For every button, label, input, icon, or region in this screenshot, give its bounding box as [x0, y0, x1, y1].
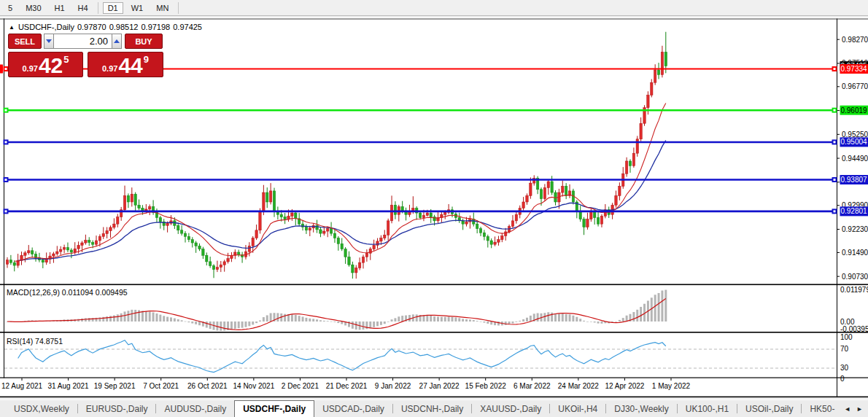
- candle-body: [590, 211, 592, 219]
- sell-price-pips: 42: [39, 54, 63, 77]
- timeframe-button-5[interactable]: 5: [3, 2, 18, 14]
- candle-body: [202, 249, 204, 256]
- candle-body: [619, 186, 621, 195]
- candle-body: [24, 253, 26, 255]
- macd-histogram-bar: [422, 315, 425, 321]
- timeframe-button-mn[interactable]: MN: [151, 2, 174, 14]
- rsi-dateaxis-separator: [0, 378, 868, 378]
- price-macd-separator: [0, 284, 868, 286]
- macd-histogram-bar: [473, 320, 475, 321]
- timeframe-button-h4[interactable]: H4: [73, 2, 93, 14]
- candle-body: [640, 123, 642, 139]
- candle-body: [191, 240, 193, 243]
- toolbar-separator: [98, 2, 98, 14]
- tabs-scroll-left-button[interactable]: ◄: [841, 404, 853, 414]
- plot-left-border: [4, 19, 4, 378]
- window-bottom-border: [0, 397, 868, 398]
- macd-histogram-bar: [576, 317, 578, 321]
- macd-histogram-bar: [191, 321, 193, 324]
- chart-tab-uk100-h1[interactable]: UK100-,H1: [678, 400, 737, 417]
- candle-body: [401, 206, 403, 211]
- buy-price-box[interactable]: 0.97 44 9: [88, 52, 163, 77]
- candle-body: [238, 252, 240, 254]
- timeframe-button-d1[interactable]: D1: [103, 2, 123, 14]
- chart-tab-eurusd-daily[interactable]: EURUSD-,Daily: [78, 400, 156, 417]
- tabs-scroll-arrows: ◄ ►: [838, 400, 866, 417]
- macd-histogram-bar: [149, 311, 151, 321]
- macd-histogram-bar: [316, 319, 318, 321]
- macd-histogram-bar: [312, 319, 314, 321]
- macd-histogram-bar: [341, 321, 343, 324]
- candle-body: [654, 70, 656, 82]
- macd-histogram-bar: [355, 321, 357, 330]
- candle-body: [113, 224, 115, 227]
- volume-input[interactable]: [54, 34, 112, 49]
- hline-handle-center: [834, 210, 836, 212]
- macd-histogram-bar: [223, 321, 225, 331]
- timeframe-button-m30[interactable]: M30: [20, 2, 46, 14]
- candle-body: [376, 241, 379, 246]
- macd-histogram-bar: [248, 321, 250, 326]
- ma-fast-line: [15, 103, 666, 261]
- date-tick: [68, 378, 69, 381]
- chart-tab-ukoil-h4[interactable]: UKOil-,H4: [550, 400, 605, 417]
- chart-tab-xauusd-daily[interactable]: XAUUSD-,Daily: [472, 400, 549, 417]
- sell-button[interactable]: SELL: [8, 34, 42, 49]
- date-tick: [670, 378, 671, 381]
- macd-histogram-bar: [369, 321, 371, 328]
- volume-decrease-button[interactable]: [44, 34, 54, 49]
- candle-body: [28, 251, 30, 253]
- chart-tab-usdchf-daily[interactable]: USDCHF-,Daily: [234, 400, 314, 417]
- macd-histogram-bar: [462, 319, 464, 321]
- macd-histogram-bar: [632, 312, 635, 321]
- macd-axis-label: 0.011979: [840, 286, 868, 294]
- macd-histogram-bar: [547, 312, 549, 321]
- price-tick: [837, 252, 840, 253]
- candle-body: [284, 217, 286, 219]
- tabs-scroll-right-button[interactable]: ►: [853, 404, 866, 414]
- macd-histogram-bar: [558, 313, 560, 321]
- macd-histogram-bar: [619, 320, 621, 321]
- date-label: 7 Oct 2021: [143, 382, 179, 390]
- candle-body: [280, 214, 282, 217]
- chart-tab-usoil-daily[interactable]: USOil-,Daily: [737, 400, 801, 417]
- macd-histogram-bar: [416, 314, 418, 321]
- timeframe-button-w1[interactable]: W1: [126, 2, 149, 14]
- candle-body: [505, 232, 507, 236]
- candle-body: [647, 95, 649, 107]
- price-tick: [837, 182, 840, 182]
- chart-tab-usdcnh-daily[interactable]: USDCNH-,Daily: [393, 400, 471, 417]
- price-tick: [837, 134, 840, 135]
- chart-tab-audusd-daily[interactable]: AUDUSD-,Daily: [156, 400, 234, 417]
- candle-body: [497, 240, 500, 242]
- chart-tab-dj30-weekly[interactable]: DJ30-,Weekly: [606, 400, 676, 417]
- candle-body: [255, 230, 257, 238]
- macd-histogram-bar: [117, 314, 119, 321]
- candle-body: [301, 224, 303, 227]
- buy-price-pips: 44: [118, 54, 142, 77]
- sell-price-box[interactable]: 0.97 42 5: [8, 52, 83, 77]
- date-label: 31 Aug 2021: [47, 382, 89, 390]
- candle-body: [117, 217, 119, 224]
- macd-histogram-bar: [579, 319, 581, 321]
- macd-histogram-bar: [209, 321, 212, 329]
- macd-histogram-bar: [569, 314, 571, 321]
- volume-increase-button[interactable]: [112, 34, 122, 49]
- buy-button[interactable]: BUY: [125, 34, 163, 49]
- chart-tab-hk50[interactable]: HK50-: [802, 400, 842, 417]
- timeframe-button-h1[interactable]: H1: [50, 2, 70, 14]
- macd-histogram-bar: [437, 316, 439, 321]
- candle-body: [305, 227, 307, 230]
- horizontal-lines[interactable]: [0, 65, 837, 214]
- macd-histogram-bar: [590, 321, 592, 322]
- macd-histogram-bar: [480, 321, 482, 322]
- collapse-panel-icon[interactable]: ▲: [9, 24, 15, 31]
- hline-handle-center: [5, 141, 7, 143]
- candle-body: [615, 195, 617, 205]
- macd-histogram-bar: [255, 321, 257, 323]
- price-tick: [837, 86, 840, 87]
- chart-tab-usdx-weekly[interactable]: USDX,Weekly: [6, 400, 77, 417]
- candle-body: [465, 222, 468, 224]
- one-click-trading-panel: SELL BUY 0.97 42 5 0.97 44: [8, 34, 164, 77]
- chart-tab-usdcad-daily[interactable]: USDCAD-,Daily: [314, 400, 392, 417]
